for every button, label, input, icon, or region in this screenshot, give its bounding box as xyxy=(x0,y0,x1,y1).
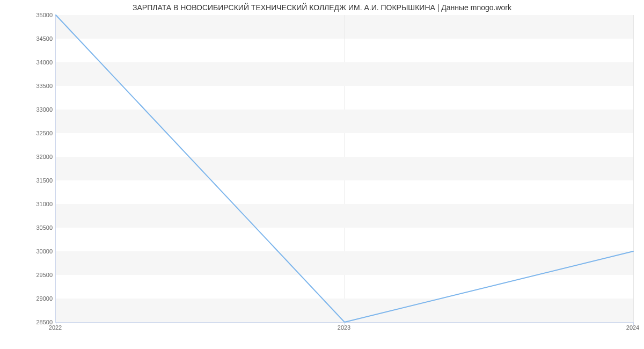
y-tick-label: 35000 xyxy=(36,12,53,18)
y-tick-label: 31000 xyxy=(36,201,53,207)
y-tick-label: 34500 xyxy=(36,35,53,42)
chart-title: ЗАРПЛАТА В НОВОСИБИРСКИЙ ТЕХНИЧЕСКИЙ КОЛ… xyxy=(0,3,644,12)
y-tick-label: 30000 xyxy=(36,248,53,255)
y-tick-label: 33500 xyxy=(36,83,53,89)
y-tick-label: 33000 xyxy=(36,106,53,113)
y-tick-label: 30500 xyxy=(36,224,53,231)
x-tick-label: 2024 xyxy=(626,324,639,331)
x-tick-label: 2022 xyxy=(49,324,62,331)
x-tick-label: 2023 xyxy=(338,324,350,331)
v-gridline xyxy=(633,15,634,322)
y-tick-label: 32500 xyxy=(36,130,53,136)
salary-line-chart: ЗАРПЛАТА В НОВОСИБИРСКИЙ ТЕХНИЧЕСКИЙ КОЛ… xyxy=(0,0,644,349)
series-line xyxy=(56,15,633,322)
y-tick-label: 31500 xyxy=(36,177,53,184)
line-layer xyxy=(56,15,633,322)
y-tick-label: 32000 xyxy=(36,154,53,160)
plot-area xyxy=(55,15,633,323)
y-tick-label: 34000 xyxy=(36,59,53,66)
y-tick-label: 29500 xyxy=(36,272,53,278)
y-tick-label: 29000 xyxy=(36,295,53,302)
